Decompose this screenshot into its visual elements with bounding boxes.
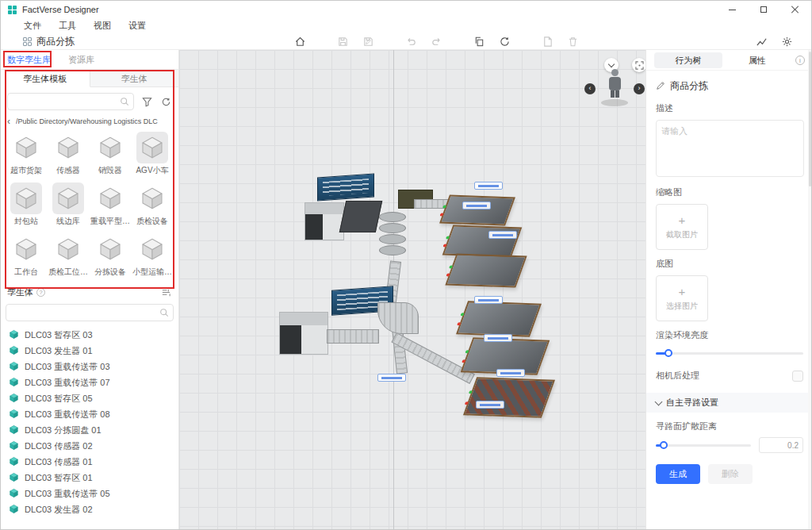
minimize-button[interactable]	[716, 1, 748, 18]
twin-list-item-7[interactable]: DLC03 传感器 02	[1, 438, 178, 454]
line-chart-icon	[756, 36, 768, 48]
twin-cube-icon	[9, 329, 19, 341]
generate-button[interactable]: 生成	[656, 464, 700, 484]
conveyor-curve[interactable]	[377, 302, 419, 334]
menu-item-3[interactable]: 设置	[120, 20, 155, 32]
storage-platform-1[interactable]	[439, 195, 515, 226]
twin-label-chip[interactable]	[377, 374, 406, 382]
diffusion-slider[interactable]	[656, 441, 751, 449]
brightness-label: 渲染环境亮度	[656, 329, 803, 341]
capture-thumbnail-button[interactable]: 截取图片	[656, 204, 708, 250]
pathfinding-section-header[interactable]: 自主寻路设置	[646, 393, 812, 413]
delete-navmesh-button[interactable]: 删除	[708, 464, 753, 484]
chart-button[interactable]	[754, 34, 768, 48]
close-button[interactable]	[779, 1, 811, 18]
slider-thumb[interactable]	[660, 441, 668, 449]
cube-icon	[9, 424, 19, 435]
menu-item-1[interactable]: 工具	[50, 20, 85, 32]
redo-button[interactable]	[429, 35, 443, 49]
spiral-conveyor[interactable]	[379, 212, 406, 263]
twin-list-item-3[interactable]: DLC03 重载传送带 07	[1, 374, 178, 390]
edit-pencil-icon[interactable]	[656, 81, 665, 90]
right-tab-1[interactable]: 属性	[722, 52, 792, 68]
dark-panel-1[interactable]	[339, 201, 383, 232]
twin-label-chip[interactable]	[462, 202, 491, 209]
menu-item-2[interactable]: 视图	[85, 20, 120, 32]
help-icon[interactable]: ?	[36, 288, 45, 297]
post-processing-checkbox[interactable]	[792, 371, 803, 382]
maximize-icon	[760, 6, 767, 13]
twin-list-item-1[interactable]: DLC03 发生器 01	[1, 343, 178, 359]
storage-platform-3[interactable]	[445, 253, 527, 287]
twin-list-item-2[interactable]: DLC03 重载传送带 03	[1, 359, 178, 374]
export-button[interactable]	[540, 35, 554, 49]
redo-icon	[431, 36, 442, 48]
diffusion-value-input[interactable]	[759, 437, 803, 453]
twin-label-chip[interactable]	[484, 334, 512, 342]
twin-label: DLC03 发生器 01	[25, 345, 93, 357]
delete-button[interactable]	[565, 35, 580, 49]
slider-thumb[interactable]	[665, 349, 672, 357]
twin-search-input[interactable]	[6, 304, 174, 321]
storage-platform-2[interactable]	[442, 225, 523, 257]
twin-list-item-6[interactable]: DLC03 分拣圆盘 01	[1, 422, 178, 438]
info-icon[interactable]: i	[795, 56, 805, 65]
twin-list-item-5[interactable]: DLC03 重载传送带 08	[1, 406, 178, 422]
twin-label-chip[interactable]	[496, 369, 525, 377]
machine-wrapper-1[interactable]	[304, 202, 344, 240]
twin-label-chip[interactable]	[488, 231, 517, 239]
twin-cube-icon	[9, 393, 19, 405]
scrollbar-thumb[interactable]	[809, 52, 811, 186]
rotate-right-button[interactable]: ›	[634, 83, 645, 94]
settings-button[interactable]	[779, 34, 794, 48]
cube-icon	[9, 361, 19, 371]
menu-item-0[interactable]: 文件	[15, 20, 50, 32]
post-processing-label: 相机后处理	[656, 370, 699, 382]
twin-label: DLC03 重载传送带 05	[25, 488, 110, 500]
description-textarea[interactable]	[656, 120, 804, 177]
brightness-slider[interactable]	[656, 349, 803, 357]
twin-cube-icon	[9, 377, 19, 389]
minimize-icon	[729, 10, 736, 10]
left-main-tab-1[interactable]: 资源库	[68, 54, 94, 66]
home-button[interactable]	[293, 35, 307, 49]
copy-icon	[473, 36, 485, 48]
viewport-3d[interactable]: ‹ ›	[179, 50, 645, 530]
menubar: 文件工具视图设置	[1, 18, 811, 33]
save-button[interactable]	[335, 35, 350, 49]
cube-icon	[9, 488, 19, 498]
thumbnail-label: 缩略图	[656, 186, 803, 198]
undo-button[interactable]	[404, 35, 418, 49]
twin-list-item-11[interactable]: DLC03 发生器 02	[1, 501, 178, 517]
twin-list-item-9[interactable]: DLC03 暂存区 01	[1, 470, 178, 486]
conveyor-bottom-1[interactable]	[327, 329, 379, 344]
rotate-left-button[interactable]: ‹	[584, 83, 596, 94]
description-label: 描述	[656, 102, 803, 114]
focus-view-button[interactable]	[632, 58, 645, 72]
cube-icon	[9, 440, 19, 451]
right-panel-scrollbar[interactable]	[808, 50, 812, 530]
signboard-line1[interactable]	[317, 173, 374, 201]
select-base-image-button[interactable]: 选择图片	[656, 275, 708, 321]
twin-cube-icon	[9, 424, 19, 436]
twin-label-chip[interactable]	[476, 401, 504, 409]
storage-platform-4[interactable]	[456, 301, 542, 336]
sync-button[interactable]	[497, 35, 511, 49]
twin-label-chip[interactable]	[474, 182, 503, 190]
twin-list-item-0[interactable]: DLC03 暂存区 03	[1, 327, 178, 343]
right-tab-0[interactable]: 行为树	[654, 52, 722, 68]
twin-list-item-10[interactable]: DLC03 重载传送带 05	[1, 486, 178, 501]
save-as-button[interactable]	[361, 35, 375, 49]
twin-cube-icon	[9, 456, 19, 468]
copy-button[interactable]	[472, 35, 486, 49]
storage-platform-6[interactable]	[463, 377, 555, 417]
machine-wrapper-2[interactable]	[279, 312, 328, 355]
view-avatar-gizmo[interactable]	[601, 69, 628, 106]
twin-list-item-8[interactable]: DLC03 传感器 01	[1, 454, 178, 470]
maximize-button[interactable]	[748, 1, 779, 18]
twin-label: DLC03 分拣圆盘 01	[25, 424, 102, 436]
twin-list-item-4[interactable]: DLC03 暂存区 05	[1, 390, 178, 406]
twin-label-chip[interactable]	[474, 296, 503, 304]
twin-label: DLC03 暂存区 03	[25, 329, 93, 341]
plus-icon	[679, 213, 686, 227]
